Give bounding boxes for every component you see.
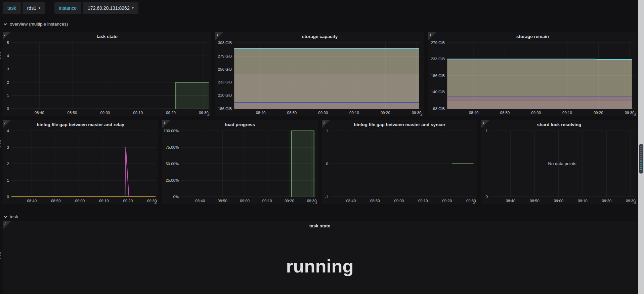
panel-resize-handle[interactable] [473,199,477,204]
svg-text:08:40: 08:40 [346,199,356,203]
scrollbar-thumb[interactable] [639,144,643,174]
svg-text:233 GiB: 233 GiB [218,80,232,84]
caret-down-icon [39,6,40,10]
panel-title[interactable]: binlog file gap between master and relay [3,120,158,129]
row-title: task [10,214,18,219]
variable-toolbar: task rds1 instance 172.60.20.131:8262 [3,2,138,14]
svg-text:08:50: 08:50 [218,199,227,203]
svg-text:08:50: 08:50 [51,199,61,203]
row-drag-handle[interactable] [0,140,2,148]
svg-text:08:40: 08:40 [27,199,37,203]
svg-text:186 GiB: 186 GiB [218,107,232,111]
svg-text:210 GiB: 210 GiB [218,93,232,97]
svg-text:1: 1 [326,129,328,133]
svg-text:09:10: 09:10 [99,199,109,203]
panel-title[interactable]: shard lock resolving [481,120,637,129]
svg-text:1: 1 [486,129,488,133]
svg-text:1: 1 [7,94,9,98]
svg-text:4: 4 [7,54,9,58]
variable-value-instance[interactable]: 172.60.20.131:8262 [83,2,138,14]
svg-text:2: 2 [7,162,9,166]
variable-label-task: task [3,2,21,14]
svg-text:256 GiB: 256 GiB [218,67,232,71]
dashboard: task rds1 instance 172.60.20.131:8262 ov… [0,0,638,294]
chart-plot-storage-remain[interactable]: 08:4008:5009:0009:1009:2009:3093 GiB140 … [428,41,637,116]
row-header-task[interactable]: task [3,214,18,219]
chevron-down-icon [3,215,7,219]
panel-info-corner[interactable]: i [3,120,11,128]
row-drag-handle[interactable] [0,51,2,60]
svg-text:186 GiB: 186 GiB [431,74,445,78]
panel-info-corner[interactable]: i [215,32,223,40]
panel-task-state: i task state 08:4008:5009:0009:1009:2009… [3,32,211,116]
svg-text:08:50: 08:50 [68,111,77,115]
panel-shard-lock-resolving: i shard lock resolving 08:4008:5009:0009… [481,120,637,204]
row-title: overview (multiple instances) [10,22,68,27]
svg-text:09:00: 09:00 [531,111,541,115]
row-drag-handle[interactable] [0,252,2,260]
panel-info-corner[interactable]: i [481,120,489,128]
scrollbar-minimap-lines [640,146,642,161]
panel-info-corner[interactable]: i [322,120,330,128]
variable-label-instance: instance [54,2,81,14]
svg-text:09:10: 09:10 [418,199,428,203]
svg-text:09:00: 09:00 [318,111,328,115]
svg-text:08:40: 08:40 [195,199,205,203]
svg-text:5: 5 [7,41,9,45]
chevron-down-icon [3,22,7,26]
svg-text:09:20: 09:20 [123,199,133,203]
chart-plot-binlog-gap-relay[interactable]: 08:4008:5009:0009:1009:2009:3001234 [3,129,158,204]
panel-resize-handle[interactable] [632,111,636,115]
scrollbar-minimap-highlight-lines [640,161,642,170]
panel-title[interactable]: task state [3,32,211,41]
svg-text:09:00: 09:00 [75,199,85,203]
svg-text:140 GiB: 140 GiB [431,90,445,94]
svg-text:233 GiB: 233 GiB [431,57,445,61]
panel-task-state-singlestat: i task state running [3,221,637,294]
svg-text:08:40: 08:40 [256,111,266,115]
svg-text:08:50: 08:50 [500,111,510,115]
panel-title[interactable]: storage capacity [215,32,424,41]
panel-info-corner[interactable]: i [3,32,11,40]
caret-down-icon [132,6,134,10]
variable-value-task[interactable]: rds1 [23,2,45,14]
row-header-overview[interactable]: overview (multiple instances) [3,22,68,27]
chart-plot-binlog-gap-syncer[interactable]: 08:4008:5009:0009:1009:2009:30-101 [322,129,477,204]
panel-info-corner[interactable]: i [3,221,11,229]
panel-resize-handle[interactable] [207,111,211,115]
svg-text:08:40: 08:40 [506,199,515,203]
panel-resize-handle[interactable] [632,199,636,204]
panel-info-corner[interactable]: i [162,120,170,128]
svg-text:08:50: 08:50 [287,111,297,115]
panel-row-overview: i task state 08:4008:5009:0009:1009:2009… [3,32,637,116]
svg-text:08:40: 08:40 [35,111,44,115]
panel-resize-handle[interactable] [420,111,424,115]
panel-info-corner[interactable]: i [428,32,436,40]
panel-resize-handle[interactable] [313,199,317,204]
svg-text:4: 4 [7,129,9,133]
panel-resize-handle[interactable] [154,199,158,204]
chart-plot-shard-lock[interactable]: 08:4008:5009:0009:1009:2009:3001No data … [481,129,637,204]
chart-plot-storage-capacity[interactable]: 08:4008:5009:0009:1009:2009:30186 GiB210… [215,41,424,116]
svg-text:09:10: 09:10 [133,111,143,115]
svg-text:0: 0 [326,162,328,166]
panel-storage-capacity: i storage capacity 08:4008:5009:0009:100… [215,32,424,116]
svg-text:279 GiB: 279 GiB [431,41,445,45]
svg-text:100.00%: 100.00% [164,129,179,133]
svg-text:08:40: 08:40 [469,111,478,115]
chart-plot-load-progress[interactable]: 08:4008:5009:0009:1009:2009:300%25.00%50… [162,129,318,204]
svg-text:09:10: 09:10 [578,199,588,203]
chart-plot-task-state[interactable]: 08:4008:5009:0009:1009:2009:30012345 [3,41,211,116]
panel-title[interactable]: binlog file gap between master and synce… [322,120,477,129]
svg-text:09:10: 09:10 [349,111,359,115]
svg-text:0%: 0% [173,195,179,199]
panel-title[interactable]: task state [3,221,637,230]
svg-text:09:20: 09:20 [166,111,176,115]
panel-storage-remain: i storage remain 08:4008:5009:0009:1009:… [428,32,637,116]
svg-text:09:10: 09:10 [262,199,272,203]
panel-title[interactable]: storage remain [428,32,637,41]
scrollbar[interactable] [638,0,644,294]
panel-title[interactable]: load progress [162,120,318,129]
svg-text:303 GiB: 303 GiB [218,41,232,45]
panel-row-overview-2: i binlog file gap between master and rel… [3,120,637,204]
